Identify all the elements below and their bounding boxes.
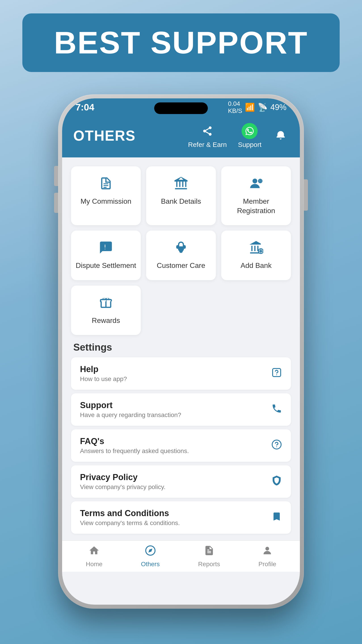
settings-item-privacy[interactable]: Privacy Policy View company's privacy po… — [71, 465, 291, 498]
shield-icon — [271, 475, 282, 488]
status-icons: 0.04KB/S 📶 📡 49% — [228, 100, 287, 114]
grid-row-1: My Commission Bank Details — [71, 166, 291, 225]
faqs-title: FAQ's — [80, 436, 189, 446]
nav-label-home: Home — [86, 560, 103, 568]
battery-level: 49% — [270, 103, 287, 112]
svg-marker-11 — [148, 548, 152, 552]
bookmark-icon — [271, 511, 282, 524]
reports-icon — [204, 545, 215, 559]
bottom-nav: Home Others — [62, 540, 300, 572]
settings-item-faqs[interactable]: FAQ's Answers to frequently asked questi… — [71, 429, 291, 462]
dynamic-island — [154, 102, 208, 114]
grid-item-dispute-settlement[interactable]: Dispute Settlement — [71, 230, 141, 280]
faqs-sub: Answers to frequently asked questions. — [80, 448, 189, 454]
grid-label-my-commission: My Commission — [80, 197, 131, 206]
phone-outer: 7:04 0.04KB/S 📶 📡 49% OTHERS — [58, 94, 304, 609]
terms-sub: View company's terms & conditions. — [80, 520, 180, 526]
share-icon — [199, 123, 215, 139]
privacy-sub: View company's privacy policy. — [80, 484, 165, 490]
terms-text: Terms and Conditions View company's term… — [80, 508, 180, 526]
settings-item-help[interactable]: Help How to use app? — [71, 357, 291, 390]
app-title: OTHERS — [73, 128, 136, 144]
side-button-power — [304, 179, 308, 211]
header-actions: Refer & Earn Support — [188, 123, 289, 148]
phone-icon — [271, 403, 282, 416]
faq-icon — [271, 439, 282, 452]
side-button-volume-up — [54, 166, 58, 186]
grid-label-member-registration: Member Registration — [226, 197, 287, 215]
help-title: Help — [80, 364, 127, 374]
banner-title: BEST SUPPORT — [40, 24, 322, 61]
grid-row-2: Dispute Settlement Customer Care — [71, 230, 291, 280]
grid-row-3: Rewards — [71, 286, 291, 335]
app-header: OTHERS Refer & E — [62, 116, 300, 158]
support-button[interactable]: Support — [238, 123, 261, 148]
nav-item-reports[interactable]: Reports — [198, 545, 220, 568]
privacy-text: Privacy Policy View company's privacy po… — [80, 472, 165, 490]
home-icon — [88, 545, 100, 559]
refer-earn-label: Refer & Earn — [188, 141, 227, 148]
support-text: Support Have a query regarding transacti… — [80, 400, 181, 418]
svg-line-4 — [206, 128, 209, 130]
refer-earn-button[interactable]: Refer & Earn — [188, 123, 227, 148]
settings-item-support[interactable]: Support Have a query regarding transacti… — [71, 393, 291, 426]
phone-screen: 7:04 0.04KB/S 📶 📡 49% OTHERS — [62, 98, 300, 605]
nav-item-others[interactable]: Others — [141, 545, 160, 568]
svg-point-5 — [253, 179, 257, 183]
rewards-icon — [99, 296, 113, 312]
support-label: Support — [238, 141, 261, 148]
settings-item-terms[interactable]: Terms and Conditions View company's term… — [71, 501, 291, 534]
support-title: Support — [80, 400, 181, 410]
grid-label-dispute-settlement: Dispute Settlement — [76, 261, 136, 270]
help-icon — [271, 367, 282, 380]
whatsapp-icon — [242, 123, 258, 139]
notification-button[interactable] — [273, 128, 289, 144]
grid-item-my-commission[interactable]: My Commission — [71, 166, 141, 225]
settings-title: Settings — [73, 342, 291, 353]
commission-icon — [99, 176, 113, 193]
top-banner: BEST SUPPORT — [22, 14, 340, 72]
grid-label-bank-details: Bank Details — [161, 197, 201, 206]
grid-label-rewards: Rewards — [92, 316, 120, 325]
nav-label-reports: Reports — [198, 560, 220, 568]
network-speed: 0.04KB/S — [228, 100, 242, 114]
help-text: Help How to use app? — [80, 364, 127, 382]
phone-wrapper: 7:04 0.04KB/S 📶 📡 49% OTHERS — [58, 94, 304, 609]
nav-label-others: Others — [141, 560, 160, 568]
svg-point-2 — [209, 133, 212, 136]
compass-icon — [145, 545, 156, 559]
dispute-icon — [99, 240, 113, 257]
svg-line-3 — [206, 132, 209, 134]
settings-list: Help How to use app? S — [71, 357, 291, 534]
nav-item-home[interactable]: Home — [86, 545, 103, 568]
help-sub: How to use app? — [80, 376, 127, 382]
bell-icon — [273, 128, 289, 144]
grid-label-customer-care: Customer Care — [157, 261, 205, 270]
support-sub: Have a query regarding transaction? — [80, 412, 181, 418]
terms-title: Terms and Conditions — [80, 508, 180, 518]
grid-item-member-registration[interactable]: Member Registration — [221, 166, 291, 225]
privacy-title: Privacy Policy — [80, 472, 165, 482]
wifi-icon: 📶 — [245, 103, 255, 112]
grid-empty-1 — [146, 286, 216, 335]
grid-item-add-bank[interactable]: Add Bank — [221, 230, 291, 280]
main-content: My Commission Bank Details — [62, 158, 300, 540]
status-time: 7:04 — [75, 102, 94, 113]
svg-point-1 — [203, 130, 206, 132]
add-bank-icon — [249, 240, 263, 257]
faqs-text: FAQ's Answers to frequently asked questi… — [80, 436, 189, 454]
side-button-volume-down — [54, 193, 58, 213]
grid-item-customer-care[interactable]: Customer Care — [146, 230, 216, 280]
grid-item-rewards[interactable]: Rewards — [71, 286, 141, 335]
member-icon — [249, 176, 263, 193]
bank-icon — [174, 176, 188, 193]
profile-icon — [262, 545, 273, 559]
nav-item-profile[interactable]: Profile — [259, 545, 276, 568]
svg-point-12 — [266, 547, 269, 550]
grid-empty-2 — [221, 286, 291, 335]
svg-point-0 — [209, 126, 212, 129]
grid-item-bank-details[interactable]: Bank Details — [146, 166, 216, 225]
grid-label-add-bank: Add Bank — [241, 261, 272, 270]
nav-label-profile: Profile — [259, 560, 276, 568]
signal-icon: 📡 — [258, 103, 268, 112]
